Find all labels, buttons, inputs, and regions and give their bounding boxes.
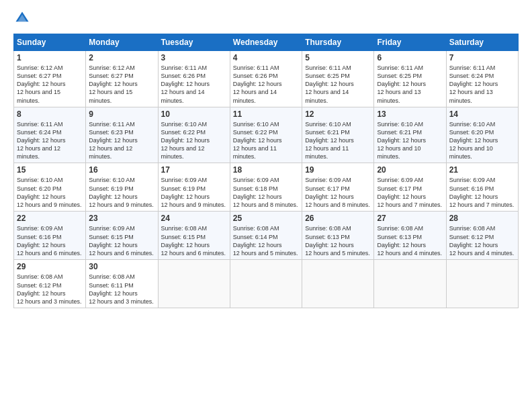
day-info: Sunrise: 6:10 AMSunset: 6:21 PMDaylight:… — [377, 120, 443, 161]
day-info: Sunrise: 6:08 AMSunset: 6:12 PMDaylight:… — [449, 224, 515, 257]
day-cell: 25Sunrise: 6:08 AMSunset: 6:14 PMDayligh… — [230, 212, 302, 260]
day-cell: 10Sunrise: 6:10 AMSunset: 6:22 PMDayligh… — [158, 107, 230, 163]
day-cell — [374, 260, 446, 308]
day-info: Sunrise: 6:08 AMSunset: 6:13 PMDaylight:… — [377, 224, 443, 257]
day-number: 14 — [449, 109, 515, 119]
page: SundayMondayTuesdayWednesdayThursdayFrid… — [0, 0, 532, 411]
day-cell: 4Sunrise: 6:11 AMSunset: 6:26 PMDaylight… — [230, 51, 302, 107]
day-cell: 3Sunrise: 6:11 AMSunset: 6:26 PMDaylight… — [158, 51, 230, 107]
day-cell: 2Sunrise: 6:12 AMSunset: 6:27 PMDaylight… — [86, 51, 158, 107]
day-number: 13 — [377, 109, 443, 119]
day-number: 17 — [161, 165, 227, 175]
day-info: Sunrise: 6:12 AMSunset: 6:27 PMDaylight:… — [89, 64, 154, 105]
col-header-thursday: Thursday — [302, 34, 374, 51]
day-cell: 23Sunrise: 6:09 AMSunset: 6:15 PMDayligh… — [86, 212, 158, 260]
day-number: 23 — [89, 214, 154, 223]
col-header-sunday: Sunday — [14, 34, 86, 51]
day-cell: 12Sunrise: 6:10 AMSunset: 6:21 PMDayligh… — [302, 107, 374, 163]
day-info: Sunrise: 6:10 AMSunset: 6:22 PMDaylight:… — [161, 120, 227, 161]
day-cell: 1Sunrise: 6:12 AMSunset: 6:27 PMDaylight… — [14, 51, 86, 107]
day-number: 21 — [449, 165, 515, 175]
day-number: 16 — [89, 165, 154, 175]
col-header-tuesday: Tuesday — [158, 34, 230, 51]
day-number: 10 — [161, 109, 227, 119]
day-info: Sunrise: 6:10 AMSunset: 6:20 PMDaylight:… — [17, 176, 83, 209]
day-cell: 21Sunrise: 6:09 AMSunset: 6:16 PMDayligh… — [446, 163, 518, 212]
day-info: Sunrise: 6:09 AMSunset: 6:17 PMDaylight:… — [305, 176, 371, 209]
day-cell: 13Sunrise: 6:10 AMSunset: 6:21 PMDayligh… — [374, 107, 446, 163]
day-cell: 24Sunrise: 6:08 AMSunset: 6:15 PMDayligh… — [158, 212, 230, 260]
day-number: 20 — [377, 165, 443, 175]
day-number: 7 — [449, 53, 515, 62]
day-info: Sunrise: 6:09 AMSunset: 6:15 PMDaylight:… — [89, 224, 154, 257]
day-info: Sunrise: 6:09 AMSunset: 6:18 PMDaylight:… — [233, 176, 299, 209]
logo-icon — [15, 11, 30, 26]
day-number: 12 — [305, 109, 371, 119]
day-number: 30 — [89, 262, 154, 271]
day-number: 5 — [305, 53, 371, 62]
day-info: Sunrise: 6:09 AMSunset: 6:19 PMDaylight:… — [161, 176, 227, 209]
day-cell: 7Sunrise: 6:11 AMSunset: 6:24 PMDaylight… — [446, 51, 518, 107]
day-cell: 29Sunrise: 6:08 AMSunset: 6:12 PMDayligh… — [14, 260, 86, 308]
day-cell: 26Sunrise: 6:08 AMSunset: 6:13 PMDayligh… — [302, 212, 374, 260]
col-header-monday: Monday — [86, 34, 158, 51]
day-number: 3 — [161, 53, 227, 62]
day-number: 27 — [377, 214, 443, 223]
day-number: 26 — [305, 214, 371, 223]
day-cell: 19Sunrise: 6:09 AMSunset: 6:17 PMDayligh… — [302, 163, 374, 212]
day-number: 25 — [233, 214, 299, 223]
day-cell: 27Sunrise: 6:08 AMSunset: 6:13 PMDayligh… — [374, 212, 446, 260]
day-cell — [158, 260, 230, 308]
day-info: Sunrise: 6:08 AMSunset: 6:14 PMDaylight:… — [233, 224, 299, 257]
day-info: Sunrise: 6:10 AMSunset: 6:21 PMDaylight:… — [305, 120, 371, 161]
day-cell: 9Sunrise: 6:11 AMSunset: 6:23 PMDaylight… — [86, 107, 158, 163]
day-number: 8 — [17, 109, 83, 119]
day-info: Sunrise: 6:10 AMSunset: 6:19 PMDaylight:… — [89, 176, 154, 209]
day-info: Sunrise: 6:08 AMSunset: 6:13 PMDaylight:… — [305, 224, 371, 257]
day-cell: 22Sunrise: 6:09 AMSunset: 6:16 PMDayligh… — [14, 212, 86, 260]
col-header-wednesday: Wednesday — [230, 34, 302, 51]
day-info: Sunrise: 6:11 AMSunset: 6:24 PMDaylight:… — [17, 120, 83, 161]
day-cell: 20Sunrise: 6:09 AMSunset: 6:17 PMDayligh… — [374, 163, 446, 212]
day-info: Sunrise: 6:09 AMSunset: 6:16 PMDaylight:… — [449, 176, 515, 209]
day-info: Sunrise: 6:11 AMSunset: 6:26 PMDaylight:… — [161, 64, 227, 105]
day-number: 24 — [161, 214, 227, 223]
day-cell — [230, 260, 302, 308]
day-number: 1 — [17, 53, 83, 62]
day-info: Sunrise: 6:08 AMSunset: 6:11 PMDaylight:… — [89, 273, 154, 306]
week-row-2: 8Sunrise: 6:11 AMSunset: 6:24 PMDaylight… — [14, 107, 519, 163]
day-info: Sunrise: 6:11 AMSunset: 6:26 PMDaylight:… — [233, 64, 299, 105]
logo — [13, 11, 31, 28]
week-row-4: 22Sunrise: 6:09 AMSunset: 6:16 PMDayligh… — [14, 212, 519, 260]
day-info: Sunrise: 6:12 AMSunset: 6:27 PMDaylight:… — [17, 64, 83, 105]
day-cell: 11Sunrise: 6:10 AMSunset: 6:22 PMDayligh… — [230, 107, 302, 163]
header-row: SundayMondayTuesdayWednesdayThursdayFrid… — [14, 34, 519, 51]
day-number: 29 — [17, 262, 83, 271]
day-info: Sunrise: 6:11 AMSunset: 6:23 PMDaylight:… — [89, 120, 154, 161]
day-number: 4 — [233, 53, 299, 62]
day-number: 6 — [377, 53, 443, 62]
day-info: Sunrise: 6:11 AMSunset: 6:25 PMDaylight:… — [305, 64, 371, 105]
day-number: 19 — [305, 165, 371, 175]
col-header-saturday: Saturday — [446, 34, 518, 51]
day-info: Sunrise: 6:08 AMSunset: 6:15 PMDaylight:… — [161, 224, 227, 257]
day-number: 22 — [17, 214, 83, 223]
day-info: Sunrise: 6:10 AMSunset: 6:22 PMDaylight:… — [233, 120, 299, 161]
week-row-3: 15Sunrise: 6:10 AMSunset: 6:20 PMDayligh… — [14, 163, 519, 212]
day-info: Sunrise: 6:10 AMSunset: 6:20 PMDaylight:… — [449, 120, 515, 161]
day-info: Sunrise: 6:09 AMSunset: 6:17 PMDaylight:… — [377, 176, 443, 209]
day-number: 2 — [89, 53, 154, 62]
day-number: 11 — [233, 109, 299, 119]
day-cell: 6Sunrise: 6:11 AMSunset: 6:25 PMDaylight… — [374, 51, 446, 107]
day-cell: 18Sunrise: 6:09 AMSunset: 6:18 PMDayligh… — [230, 163, 302, 212]
day-cell: 14Sunrise: 6:10 AMSunset: 6:20 PMDayligh… — [446, 107, 518, 163]
day-cell — [446, 260, 518, 308]
day-cell: 30Sunrise: 6:08 AMSunset: 6:11 PMDayligh… — [86, 260, 158, 308]
week-row-5: 29Sunrise: 6:08 AMSunset: 6:12 PMDayligh… — [14, 260, 519, 308]
day-cell: 17Sunrise: 6:09 AMSunset: 6:19 PMDayligh… — [158, 163, 230, 212]
day-number: 9 — [89, 109, 154, 119]
day-cell: 15Sunrise: 6:10 AMSunset: 6:20 PMDayligh… — [14, 163, 86, 212]
day-cell: 5Sunrise: 6:11 AMSunset: 6:25 PMDaylight… — [302, 51, 374, 107]
day-cell: 16Sunrise: 6:10 AMSunset: 6:19 PMDayligh… — [86, 163, 158, 212]
day-number: 28 — [449, 214, 515, 223]
